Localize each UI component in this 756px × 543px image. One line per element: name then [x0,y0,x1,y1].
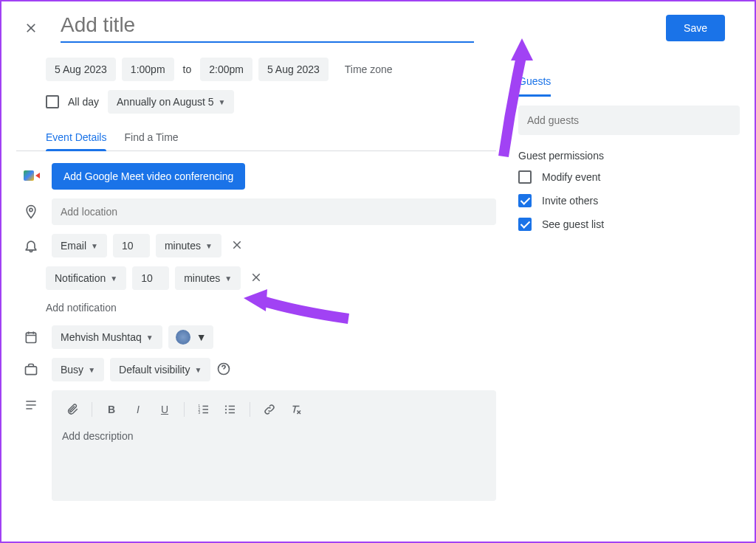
notif1-type-dropdown[interactable]: Email ▼ [52,234,107,257]
notif1-amount-input[interactable] [113,234,150,257]
notif2-unit-label: minutes [184,272,220,284]
recurrence-dropdown[interactable]: Annually on August 5 ▼ [108,90,234,114]
modify-event-label: Modify event [542,171,600,183]
owner-dropdown[interactable]: Mehvish Mushtaq ▼ [52,325,162,349]
recurrence-label: Annually on August 5 [117,96,214,108]
description-toolbar: B I U 123 [58,396,490,427]
notif2-unit-dropdown[interactable]: minutes ▼ [175,266,241,290]
close-button[interactable] [16,13,46,43]
notif2-remove-button[interactable] [247,268,266,289]
link-button[interactable] [258,399,281,420]
to-label: to [180,63,195,75]
timezone-link[interactable]: Time zone [342,63,396,75]
modify-event-checkbox[interactable] [518,170,532,184]
visibility-dropdown[interactable]: Default visibility ▼ [110,358,210,381]
notif1-remove-button[interactable] [227,235,247,257]
see-guest-list-checkbox[interactable] [518,218,532,231]
chevron-down-icon: ▼ [91,242,98,250]
notif1-unit-label: minutes [165,240,201,252]
calendar-icon [16,330,46,345]
bullet-list-button[interactable] [219,399,242,420]
svg-point-6 [225,405,227,407]
tab-event-details[interactable]: Event Details [46,131,106,151]
chevron-down-icon: ▼ [88,366,95,374]
chevron-down-icon: ▼ [146,333,154,342]
availability-dropdown[interactable]: Busy ▼ [52,358,104,381]
bold-button[interactable]: B [100,399,123,420]
description-input[interactable]: Add description [58,427,490,445]
notif1-unit-dropdown[interactable]: minutes ▼ [156,234,221,257]
italic-button[interactable]: I [126,399,150,420]
chevron-down-icon: ▼ [219,98,226,106]
notification-icon [16,238,46,253]
invite-others-label: Invite others [542,195,598,207]
owner-label: Mehvish Mushtaq [61,331,142,343]
location-icon [16,204,46,219]
help-icon[interactable] [216,362,231,378]
guest-permissions-title: Guest permissions [518,150,740,162]
chevron-down-icon: ▼ [195,366,202,374]
see-guest-list-label: See guest list [542,218,604,230]
color-swatch [176,330,190,345]
invite-others-checkbox[interactable] [518,194,532,207]
chevron-down-icon: ▼ [110,274,117,283]
notif2-type-dropdown[interactable]: Notification ▼ [46,266,126,290]
numbered-list-button[interactable]: 123 [192,399,216,420]
svg-text:3: 3 [199,411,201,415]
title-input[interactable] [61,13,474,43]
notif2-amount-input[interactable] [132,266,169,290]
add-meet-button[interactable]: Add Google Meet video conferencing [52,163,245,190]
description-icon [16,390,46,412]
notif2-type-label: Notification [55,272,106,284]
attach-button[interactable] [61,399,84,420]
meet-icon [16,170,46,182]
save-button[interactable]: Save [666,15,725,41]
start-date-chip[interactable]: 5 Aug 2023 [46,58,116,81]
end-date-chip[interactable]: 5 Aug 2023 [258,58,329,81]
tab-find-time[interactable]: Find a Time [124,131,178,151]
svg-rect-1 [26,367,37,375]
guests-tab[interactable]: Guests [518,75,551,97]
chevron-down-icon: ▼ [196,331,207,343]
clear-format-button[interactable] [284,399,308,420]
chevron-down-icon: ▼ [205,242,213,250]
location-input[interactable] [52,198,496,225]
visibility-label: Default visibility [119,364,190,376]
end-time-chip[interactable]: 2:00pm [200,58,252,81]
chevron-down-icon: ▼ [224,274,232,283]
start-time-chip[interactable]: 1:00pm [122,58,174,81]
add-guests-input[interactable] [518,106,740,135]
svg-point-7 [225,409,227,410]
svg-point-8 [225,412,227,413]
all-day-checkbox[interactable] [46,95,59,108]
svg-rect-0 [26,333,35,342]
color-dropdown[interactable]: ▼ [168,325,214,349]
underline-button[interactable]: U [153,399,176,420]
briefcase-icon [16,362,46,377]
add-notification-button[interactable]: Add notification [46,299,117,317]
all-day-label: All day [65,96,102,108]
notif1-type-label: Email [61,240,86,252]
availability-label: Busy [61,364,83,376]
